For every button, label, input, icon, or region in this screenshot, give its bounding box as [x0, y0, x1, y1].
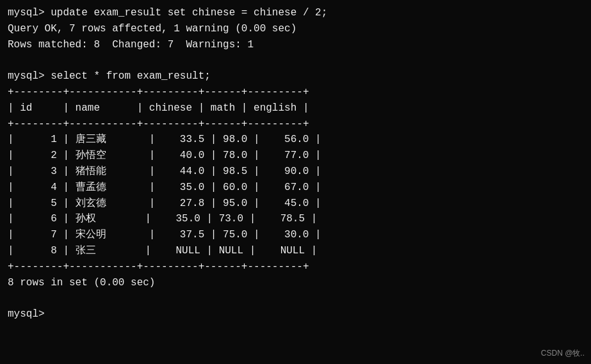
empty-line-1 [8, 52, 583, 68]
table-border-bottom: +--------+-----------+---------+------+-… [8, 259, 583, 275]
table-row: | 7 | 宋公明 | 37.5 | 75.0 | 30.0 | [8, 227, 583, 243]
rows-matched-line: Rows matched: 8 Changed: 7 Warnings: 1 [8, 37, 583, 53]
rows-count-line: 8 rows in set (0.00 sec) [8, 275, 583, 291]
final-prompt[interactable]: mysql> [8, 306, 583, 322]
table-border-header: +--------+-----------+---------+------+-… [8, 116, 583, 132]
table-row: | 1 | 唐三藏 | 33.5 | 98.0 | 56.0 | [8, 132, 583, 148]
update-command-line: mysql> update exam_result set chinese = … [8, 5, 583, 21]
table-row: | 6 | 孙权 | 35.0 | 73.0 | 78.5 | [8, 211, 583, 227]
table-row: | 8 | 张三 | NULL | NULL | NULL | [8, 243, 583, 259]
empty-line-2 [8, 290, 583, 306]
table-row: | 5 | 刘玄德 | 27.8 | 95.0 | 45.0 | [8, 196, 583, 212]
table-body: | 1 | 唐三藏 | 33.5 | 98.0 | 56.0 || 2 | 孙悟… [8, 132, 583, 258]
query-ok-line: Query OK, 7 rows affected, 1 warning (0.… [8, 21, 583, 37]
terminal-window: mysql> update exam_result set chinese = … [0, 0, 591, 364]
watermark: CSDN @牧.. [541, 348, 585, 359]
table-row: | 3 | 猪悟能 | 44.0 | 98.5 | 90.0 | [8, 164, 583, 180]
select-command-line: mysql> select * from exam_result; [8, 68, 583, 84]
table-border-top: +--------+-----------+---------+------+-… [8, 84, 583, 100]
table-row: | 4 | 曹孟德 | 35.0 | 60.0 | 67.0 | [8, 180, 583, 196]
table-header-row: | id | name | chinese | math | english | [8, 100, 583, 116]
table-row: | 2 | 孙悟空 | 40.0 | 78.0 | 77.0 | [8, 148, 583, 164]
